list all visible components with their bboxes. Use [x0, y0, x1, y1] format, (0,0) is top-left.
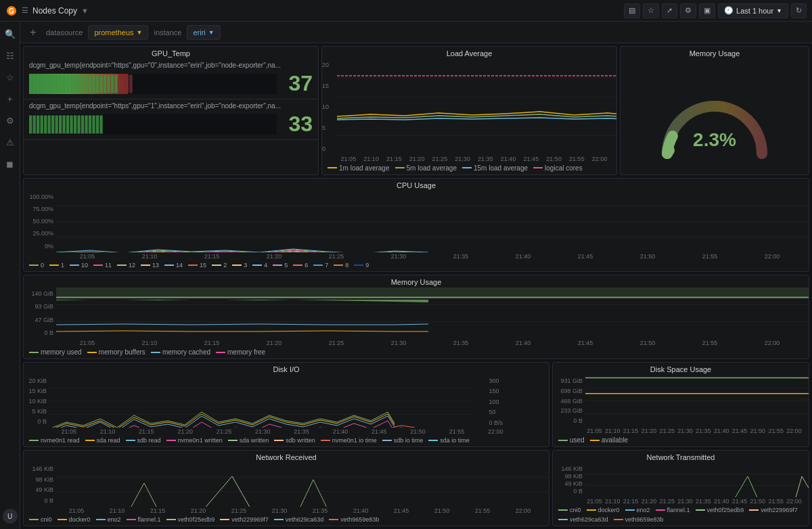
dashboard: GPU_Temp dcgm_gpu_temp{endpoint="https",… — [20, 43, 812, 529]
prometheus-chevron-icon: ▼ — [137, 29, 143, 36]
sidebar-dashboard-icon[interactable]: ☷ — [3, 49, 17, 62]
settings-btn[interactable]: ⚙ — [680, 3, 696, 18]
gpu0-row: dcgm_gpu_temp{endpoint="https",gpu="0",i… — [24, 59, 318, 99]
svg-marker-77 — [585, 398, 809, 400]
mem-usage-title: Memory Usage — [24, 275, 809, 288]
load-xaxis: 21:05 21:10 21:15 21:20 21:25 21:30 21:3… — [322, 155, 616, 163]
svg-rect-15 — [74, 74, 76, 93]
dio-leg-nvme-w: nvme0n1 written — [166, 437, 223, 444]
row-3: Memory Usage 140 GiB 93 GiB 47 GiB 0 B — [23, 275, 809, 360]
topbar-right: ▤ ☆ ➚ ⚙ ▣ 🕘 Last 1 hour ▼ ↻ — [624, 3, 807, 18]
mem-leg-cache: memory cached — [151, 348, 210, 356]
gpu1-value: 33 — [282, 112, 313, 137]
star-btn[interactable]: ☆ — [643, 3, 659, 18]
nettx-leg-eno2: eno2 — [625, 507, 650, 513]
svg-text:G: G — [9, 7, 14, 15]
nettx-y3: 146 KiB — [553, 465, 583, 472]
sidebar-plus-icon[interactable]: + — [3, 92, 17, 106]
svg-rect-27 — [118, 74, 121, 93]
add-filter-btn[interactable]: + — [26, 25, 41, 40]
nettx-legend: cni0 docker0 eno2 flannel.1 veth0f25edb9… — [553, 505, 809, 526]
row-5: Network Received 146 KiB 98 KiB 49 KiB 0… — [23, 450, 809, 526]
load-legend: 1m load average 5m load average 15m load… — [322, 163, 616, 175]
legend-cores: logical cores — [533, 164, 583, 172]
nettx-y1: 49 KiB — [553, 480, 583, 487]
legend-1m: 1m load average — [328, 164, 390, 172]
svg-text:0 B/s: 0 B/s — [489, 419, 503, 426]
ds-leg-used: used — [558, 436, 585, 444]
sidebar-search-icon[interactable]: 🔍 — [3, 27, 17, 41]
svg-rect-48 — [92, 115, 95, 133]
time-range-label: Last 1 hour — [736, 7, 773, 15]
svg-rect-19 — [89, 74, 91, 93]
time-range-btn[interactable]: 🕘 Last 1 hour ▼ — [718, 3, 788, 18]
gpu-temp-panel: GPU_Temp dcgm_gpu_temp{endpoint="https",… — [23, 46, 319, 175]
svg-rect-26 — [114, 74, 117, 93]
sidebar-shield-icon[interactable]: ◼ — [3, 157, 17, 170]
svg-text:150: 150 — [489, 388, 499, 395]
refresh-btn[interactable]: ↻ — [791, 3, 807, 18]
svg-rect-30 — [129, 74, 132, 93]
sidebar-settings-icon[interactable]: ⚙ — [3, 114, 17, 127]
topbar-nodes-label: Nodes Copy — [32, 6, 77, 16]
graph-view-btn[interactable]: ▤ — [624, 3, 640, 18]
nettx-leg-veth22: veth229969f7 — [749, 507, 798, 513]
svg-rect-42 — [70, 115, 72, 133]
nettx-leg-veth62: veth629ca63d — [558, 516, 608, 523]
cpu-leg-8: 8 — [334, 262, 348, 269]
ds-y1: 233 GiB — [553, 407, 583, 414]
sidebar-alert-icon[interactable]: ⚠ — [3, 135, 17, 149]
mem-leg-buf: memory buffers — [87, 348, 145, 356]
cpu-leg-5: 5 — [273, 262, 288, 269]
nettx-leg-docker0: docker0 — [587, 507, 620, 513]
svg-rect-14 — [70, 74, 72, 93]
cpu-y2: 50.00% — [24, 218, 53, 225]
cpu-y3: 75.00% — [24, 206, 53, 212]
net-rx-title: Network Received — [24, 451, 549, 463]
prometheus-filter-tag[interactable]: prometheus ▼ — [88, 25, 148, 40]
netrx-xaxis: 21:05 21:10 21:15 21:20 21:25 21:30 21:3… — [24, 507, 549, 515]
load-y4: 20 — [322, 62, 337, 68]
cpu-leg-4: 4 — [252, 262, 267, 269]
ds-y2: 466 GiB — [553, 398, 583, 405]
gpu0-label: dcgm_gpu_temp{endpoint="https",gpu="0",i… — [29, 62, 313, 69]
cpu-y4: 100.00% — [24, 193, 53, 200]
prometheus-value: prometheus — [94, 28, 133, 37]
instance-filter-tag[interactable]: eriri ▼ — [187, 25, 220, 40]
svg-rect-40 — [62, 115, 65, 133]
topbar-dropdown-icon[interactable]: ▼ — [81, 7, 89, 15]
svg-rect-13 — [66, 74, 69, 93]
svg-rect-44 — [77, 115, 80, 133]
datasource-label: datasource — [46, 28, 83, 37]
sidebar-user-icon[interactable]: U — [3, 509, 18, 524]
gpu1-bar-container: 33 — [29, 112, 313, 137]
svg-rect-23 — [104, 74, 106, 93]
netrx-y0: 0 B — [24, 497, 53, 504]
monitor-btn[interactable]: ▣ — [699, 3, 715, 18]
load-y2: 10 — [322, 104, 337, 110]
mem-y0: 0 B — [24, 329, 53, 336]
topbar-dash-label: ☰ — [22, 6, 28, 15]
share-btn[interactable]: ➚ — [662, 3, 677, 18]
svg-rect-17 — [81, 74, 84, 93]
svg-rect-49 — [96, 115, 99, 133]
svg-rect-32 — [32, 115, 35, 133]
svg-rect-9 — [51, 74, 54, 93]
nettx-leg-flannel: flannel.1 — [656, 507, 690, 513]
disk-io-panel: Disk I/O 20 KiB 15 KiB 10 KiB 5 KiB 0 B — [23, 362, 549, 447]
sidebar-star-icon[interactable]: ☆ — [3, 70, 17, 84]
svg-rect-47 — [89, 115, 91, 133]
dio-leg-sdb-w: sdb written — [274, 437, 315, 444]
svg-rect-63 — [56, 288, 809, 299]
nettx-leg-cni0: cni0 — [558, 507, 581, 513]
time-chevron-icon: ▼ — [776, 7, 782, 14]
dio-leg-sdb-r: sdb read — [126, 437, 161, 444]
row-2: CPU Usage 100.00% 75.00% 50.00% 25.00% 0… — [23, 178, 809, 272]
instance-value: eriri — [193, 28, 205, 37]
main-content: + datasource prometheus ▼ instance eriri… — [20, 22, 812, 529]
svg-rect-50 — [99, 115, 102, 133]
ds-y0: 0 B — [553, 417, 583, 424]
cpu-leg-6: 6 — [293, 262, 308, 269]
ds-y4: 931 GiB — [553, 377, 583, 384]
row-4: Disk I/O 20 KiB 15 KiB 10 KiB 5 KiB 0 B — [23, 362, 809, 447]
